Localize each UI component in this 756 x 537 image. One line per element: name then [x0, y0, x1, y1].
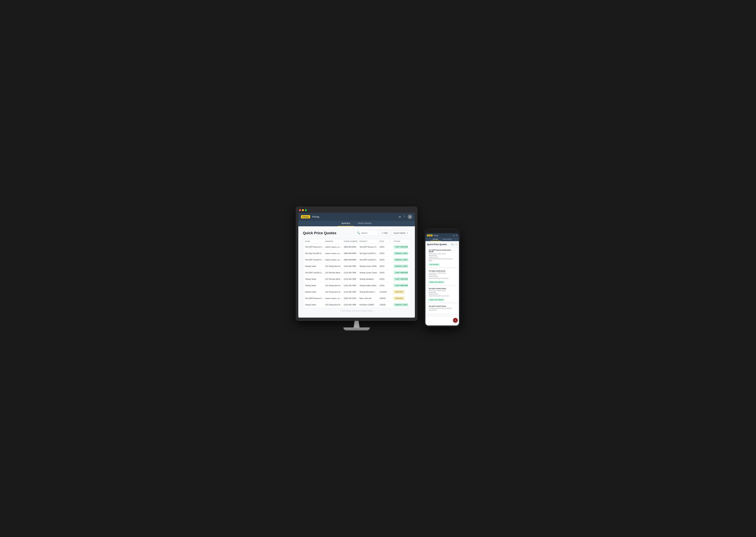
mobile-menu-icon[interactable]: ☰: [456, 234, 457, 236]
cell-status: CREATED: [394, 297, 408, 300]
status-badge: MANUAL CART CREATED: [394, 258, 408, 261]
page-title: Quick Price Quotes: [303, 231, 336, 235]
cell-project: Test QPP Reserve Se...: [359, 246, 379, 248]
mobile-page-header: Quick Price Quotes 🔍 ≡ ↗: [427, 243, 457, 246]
col-status: STATUS: [394, 240, 408, 242]
cell-status: CART CREATED: [394, 284, 408, 287]
table-row[interactable]: Testing Tester 123 Testing Ave West ... …: [303, 282, 410, 289]
mobile-card-detail: mason mason, ca 38022 Canada(999) 999-99…: [429, 253, 456, 262]
close-button[interactable]: [299, 209, 301, 211]
cell-phone: (999) 999-9999: [344, 259, 359, 261]
phone-notch: [437, 230, 447, 232]
minimize-button[interactable]: [302, 209, 304, 211]
monitor-stand-neck: [352, 321, 361, 327]
monitor-body: Clopay Pricing ⊞ ? ● QUOTES PRICE PAGES: [296, 207, 418, 321]
table-row[interactable]: Test QPP Can245 Ord... 123 Test Ave West…: [303, 269, 410, 276]
mobile-status-badge: CART CREATED: [429, 264, 439, 266]
cell-address: mason mason, ca 30...: [325, 297, 344, 299]
mobile-card-title: Test QPP Reserve SemiCustom - Mar4th: [429, 249, 456, 253]
mobile-card[interactable]: Test QPP Reserve SemiCustom - Mar4th mas…: [427, 248, 457, 268]
table-row[interactable]: Test Qpp Can245 Quote mason mason, ca 30…: [303, 250, 410, 257]
cell-name: Test QPP Can245 Ord...: [305, 271, 325, 273]
table-row[interactable]: Testing Tester 123 Test Ave West Ch... (…: [303, 276, 410, 282]
app-footer: © 2020 Clopay | Terms of use | Privacy &…: [303, 308, 410, 313]
cell-project: Test Qpp Can245 Quote: [359, 252, 379, 254]
search-input[interactable]: [361, 232, 376, 234]
cell-name: Testing Tester: [305, 304, 325, 306]
table-row[interactable]: Test QPP Can245 Ord... mason mason, ca 3…: [303, 257, 410, 263]
status-badge: CART CREATED: [394, 271, 408, 274]
mobile-card[interactable]: Test QPP Can245 Order2 mason mason, ca 3…: [427, 286, 457, 303]
col-name: NAME: [305, 240, 325, 242]
mobile-card-title: Test Qpp Can245 Quote: [429, 270, 456, 272]
mobile-card-list: Test QPP Reserve SemiCustom - Mar4th mas…: [427, 248, 457, 314]
help-icon[interactable]: ?: [403, 215, 405, 218]
status-badge: CART CREATED: [394, 284, 408, 287]
tab-quotes[interactable]: QUOTES: [338, 221, 354, 226]
status-badge: CART CREATED: [394, 277, 408, 280]
mobile-app-title: Pricing: [434, 235, 438, 236]
cell-name: Test Qpp Can245 Quote: [305, 252, 325, 254]
cell-phone: (123) 456-7890: [344, 278, 359, 280]
table-row[interactable]: Test QPP Reserve Se... mason mason, ca 3…: [303, 244, 410, 250]
app-header-left: Clopay Pricing: [301, 215, 319, 219]
cell-project: Test QPP Can245 Ord...: [359, 259, 379, 261]
status-badge: CREATED: [394, 290, 404, 293]
cell-name: Test QPP Can245 Ord...: [305, 259, 325, 261]
mobile-tab-quotes[interactable]: QUOTES: [431, 238, 440, 241]
mobile-card[interactable]: Test Qpp Can245 Quote mason mason, ca 38…: [427, 268, 457, 285]
mobile-grid-icon[interactable]: ⊞: [453, 234, 455, 236]
cell-date: 3/3/21: [379, 278, 390, 280]
grid-icon[interactable]: ⊞: [399, 215, 401, 219]
mobile-page-title: Quick Price Quotes: [427, 243, 447, 246]
sort-icon[interactable]: ↓: [390, 240, 394, 242]
table-row[interactable]: Testing Tester 123 Testing Ave West ... …: [303, 302, 410, 308]
status-badge: MANUAL CART CREATED: [394, 252, 408, 255]
nav-tabs: QUOTES PRICE PAGES: [298, 221, 415, 226]
cell-address: mason mason, ca 30...: [325, 252, 344, 254]
fab-add-button[interactable]: +: [453, 318, 458, 322]
maximize-button[interactable]: [305, 209, 307, 211]
cell-name: Testing Tester: [305, 278, 325, 280]
cell-project: Base color test: [359, 297, 379, 299]
content-header: Quick Price Quotes 🔍 ≡ Filter: [303, 230, 410, 236]
mobile-search-icon[interactable]: 🔍: [451, 243, 453, 245]
cell-status: CART CREATED: [394, 245, 408, 248]
cell-name: Testing Tester: [305, 265, 325, 267]
mobile-tab-price-pages[interactable]: PRICE PAGES: [440, 238, 454, 241]
mobile-export-icon[interactable]: ↗: [456, 243, 457, 245]
mobile-nav: QUOTES PRICE PAGES: [425, 238, 459, 241]
mobile-card-detail: mason mason, ca 38022 Canada(999) 999-99…: [429, 272, 456, 279]
table-row[interactable]: Testing Tester 123 Testing Ave West ... …: [303, 263, 410, 269]
cell-address: mason mason, ca 30...: [325, 259, 344, 261]
mobile-header-left: Clopay Pricing: [427, 234, 438, 236]
cell-status: MANUAL CART CRE...: [394, 303, 408, 306]
tab-price-pages[interactable]: PRICE PAGES: [354, 221, 376, 226]
cell-phone: (333) 333-3333: [344, 297, 359, 299]
cell-date: 3/3/21: [379, 259, 390, 261]
cell-date: 3/3/21: [379, 265, 390, 267]
mobile-card[interactable]: Test QPP Can245 Order2 123 Testing Ave W…: [427, 304, 457, 313]
cell-date: 12/8/20: [379, 297, 390, 299]
cell-project: KimiStore-120820: [359, 304, 379, 306]
cell-phone: (123) 456-7890: [344, 271, 359, 273]
cell-address: 123 Test Ave West Ch...: [325, 278, 344, 280]
monitor-top-bar: [298, 209, 415, 211]
cell-phone: (123) 456-7890: [344, 291, 359, 293]
cell-address: 123 Testing Ave West ...: [325, 265, 344, 267]
filter-button[interactable]: ≡ Filter: [379, 231, 390, 235]
table-row[interactable]: Nathan Drake 123 Testing Ave West ... (1…: [303, 289, 410, 295]
col-date: DATE: [379, 240, 390, 242]
table-row[interactable]: Test QPP Reserve Se... mason mason, ca 3…: [303, 295, 410, 302]
mobile-status-badge: MANUAL CART CREATED: [429, 281, 444, 283]
export-button[interactable]: Export Option ↗: [392, 231, 410, 235]
export-icon: ↗: [406, 232, 408, 234]
mobile-main-content: Quick Price Quotes 🔍 ≡ ↗ Test QPP Reserv…: [425, 241, 459, 317]
user-avatar[interactable]: ●: [408, 215, 412, 219]
cell-status: MANUAL CART CREATED: [394, 252, 408, 255]
cell-phone: (999) 999-9999: [344, 246, 359, 248]
status-badge: CREATED: [394, 297, 404, 300]
cell-phone: (123) 456-7890: [344, 284, 359, 286]
mobile-filter-icon[interactable]: ≡: [454, 243, 455, 245]
search-box[interactable]: 🔍: [355, 230, 378, 236]
